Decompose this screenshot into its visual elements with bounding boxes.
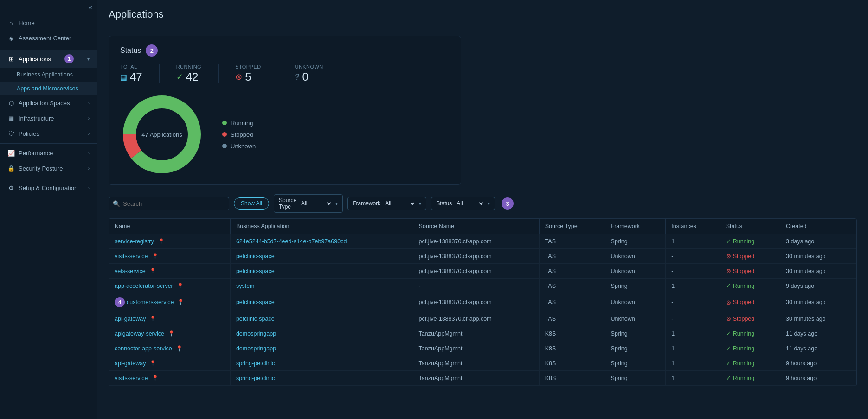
app-name-link[interactable]: customers-service [127, 299, 174, 305]
business-app-link[interactable]: petclinic-space [236, 316, 275, 322]
sidebar-item-assessment[interactable]: ◈ Assessment Center [0, 31, 97, 46]
cell-instances: - [666, 293, 720, 311]
setup-icon: ⚙ [7, 184, 15, 191]
sidebar-item-applications[interactable]: ⊞ Applications 1 ▾ [0, 50, 97, 68]
setup-chevron: › [88, 185, 90, 190]
app-name-link[interactable]: apigateway-service [115, 330, 164, 337]
cell-framework: Spring [605, 234, 666, 249]
status-chevron: ▾ [488, 201, 490, 206]
sidebar-item-performance[interactable]: 📈 Performance › [0, 146, 97, 161]
status-select[interactable]: All Running Stopped [455, 200, 485, 207]
legend-unknown-label: Unknown [231, 143, 256, 150]
sidebar-item-security[interactable]: 🔒 Security Posture › [0, 161, 97, 176]
sidebar-sub-apps-microservices[interactable]: Apps and Microservices [0, 82, 97, 95]
location-icon[interactable]: 📍 [176, 345, 183, 352]
policies-chevron: › [88, 131, 90, 136]
cell-business-app: spring-petclinic [230, 356, 413, 371]
search-input[interactable] [109, 197, 229, 210]
business-app-link[interactable]: demospringapp [236, 330, 276, 337]
framework-chevron: ▾ [419, 201, 421, 206]
table-row: apigateway-service 📍 demospringapp Tanzu… [109, 326, 856, 341]
location-icon[interactable]: 📍 [149, 268, 156, 274]
framework-dropdown[interactable]: Framework All Spring Unknown ▾ [347, 197, 426, 210]
status-running: ✓Running [726, 360, 774, 367]
app-name-link[interactable]: visits-service [115, 253, 148, 260]
sidebar-item-app-spaces[interactable]: ⬡ Application Spaces › [0, 95, 97, 111]
app-name-link[interactable]: app-accelerator-server [115, 283, 173, 289]
framework-select[interactable]: All Spring Unknown [383, 200, 416, 207]
business-app-link[interactable]: demospringapp [236, 345, 276, 352]
location-icon[interactable]: 📍 [149, 360, 156, 367]
location-icon[interactable]: 📍 [177, 283, 184, 289]
col-created: Created [780, 219, 856, 234]
infrastructure-icon: ▦ [7, 115, 15, 122]
metric-total-label: Total [120, 64, 142, 70]
sidebar-sub-business-apps[interactable]: Business Applications [0, 68, 97, 82]
business-app-link[interactable]: petclinic-space [236, 299, 275, 305]
business-app-link[interactable]: spring-petclinic [236, 375, 275, 381]
location-icon[interactable]: 📍 [152, 253, 159, 260]
sidebar-collapse-button[interactable]: « [89, 4, 92, 11]
status-dropdown[interactable]: Status All Running Stopped ▾ [431, 197, 495, 210]
business-app-link[interactable]: petclinic-space [236, 268, 275, 274]
table-row: visits-service 📍 petclinic-space pcf.jiv… [109, 249, 856, 264]
location-icon[interactable]: 📍 [152, 375, 159, 381]
table-header: Name Business Application Source Name So… [109, 219, 856, 234]
apps-microservices-label: Apps and Microservices [17, 85, 78, 92]
status-card: Status 2 Total ▦ 47 Running ✓ 42 [109, 36, 461, 185]
cell-source-name: TanzuAppMgmnt [413, 341, 539, 356]
cell-framework: Spring [605, 341, 666, 356]
search-icon: 🔍 [113, 200, 120, 207]
cell-name: app-accelerator-server 📍 [109, 279, 230, 293]
cell-status: ⊗Stopped [720, 249, 780, 264]
cell-instances: 1 [666, 279, 720, 293]
sidebar-item-policies[interactable]: 🛡 Policies › [0, 126, 97, 141]
applications-icon: ⊞ [7, 56, 15, 63]
app-name-link[interactable]: api-gateway [115, 360, 146, 367]
source-type-dropdown[interactable]: Source Type All TAS K8S ▾ [274, 194, 343, 213]
location-icon[interactable]: 📍 [177, 299, 184, 305]
show-all-button[interactable]: Show All [234, 197, 269, 210]
cell-source-type: TAS [539, 249, 605, 264]
sidebar-applications-label: Applications [19, 56, 51, 63]
location-icon[interactable]: 📍 [158, 238, 165, 245]
business-app-link[interactable]: 624e5244-b5d7-4eed-a14e-b7eb97a690cd [236, 238, 347, 245]
sidebar-item-setup[interactable]: ⚙ Setup & Configuration › [0, 180, 97, 196]
col-instances: Instances [666, 219, 720, 234]
location-icon[interactable]: 📍 [149, 316, 156, 322]
cell-source-name: - [413, 279, 539, 293]
sidebar-item-home[interactable]: ⌂ Home [0, 15, 97, 31]
app-name-link[interactable]: api-gateway [115, 316, 146, 322]
location-icon[interactable]: 📍 [168, 330, 175, 337]
applications-badge: 1 [64, 54, 74, 63]
metric-total-value: ▦ 47 [120, 70, 142, 83]
sidebar-item-infrastructure[interactable]: ▦ Infrastructure › [0, 111, 97, 126]
app-name-link[interactable]: service-registry [115, 238, 154, 245]
cell-created: 30 minutes ago [780, 264, 856, 279]
cell-business-app: 624e5244-b5d7-4eed-a14e-b7eb97a690cd [230, 234, 413, 249]
status-card-header: Status 2 [120, 44, 450, 57]
cell-created: 30 minutes ago [780, 311, 856, 326]
app-name-link[interactable]: vets-service [115, 268, 146, 274]
app-name-link[interactable]: visits-service [115, 375, 148, 381]
business-app-link[interactable]: system [236, 283, 255, 289]
stopped-icon: ⊗ [235, 72, 242, 82]
cell-business-app: petclinic-space [230, 311, 413, 326]
table-row: vets-service 📍 petclinic-space pcf.jive-… [109, 264, 856, 279]
metric-running: Running ✓ 42 [176, 64, 201, 83]
cell-instances: 1 [666, 356, 720, 371]
infrastructure-chevron: › [88, 116, 90, 121]
performance-icon: 📈 [7, 150, 15, 157]
home-icon: ⌂ [7, 19, 15, 26]
business-app-link[interactable]: petclinic-space [236, 253, 275, 260]
business-app-link[interactable]: spring-petclinic [236, 360, 275, 367]
performance-chevron: › [88, 151, 90, 156]
cell-created: 9 days ago [780, 279, 856, 293]
cell-framework: Unknown [605, 311, 666, 326]
cell-created: 30 minutes ago [780, 249, 856, 264]
source-type-select[interactable]: All TAS K8S [299, 200, 333, 207]
app-name-link[interactable]: connector-app-service [115, 345, 172, 352]
metric-sep-2 [218, 64, 219, 83]
table-row: connector-app-service 📍 demospringapp Ta… [109, 341, 856, 356]
status-stopped: ⊗Stopped [726, 315, 774, 322]
